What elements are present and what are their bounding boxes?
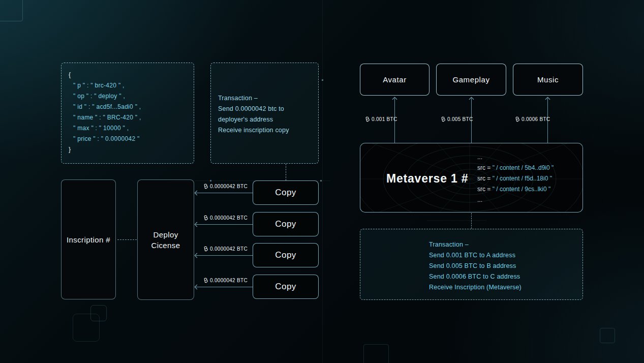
metaverse-src-code: ... src = " / content / 5b4..d9i0 " src … xyxy=(477,152,554,205)
category-label-music: Music xyxy=(537,75,559,84)
bitcoin-icon xyxy=(440,116,446,123)
arrow-up-icon xyxy=(469,97,474,102)
json-line-price: " price " : " 0.0000042 " xyxy=(69,134,189,144)
amount-text: 0.0000042 BTC xyxy=(210,246,248,252)
category-label-avatar: Avatar xyxy=(383,75,407,84)
grid-line-horizontal xyxy=(427,220,486,221)
diagram-canvas: { " p " : " brc-420 " , " op " : " deplo… xyxy=(0,0,644,363)
bitcoin-icon xyxy=(203,215,208,221)
category-box-music: Music xyxy=(513,64,583,96)
category-label-gameplay: Gameplay xyxy=(452,75,489,84)
bitcoin-icon xyxy=(203,277,208,284)
src-line-2: src = " / content / f5d..18i0 " xyxy=(477,173,554,184)
mint-amount-1: 0.0000042 BTC xyxy=(203,184,248,189)
fee-label-gameplay: 0.005 BTC xyxy=(441,116,473,122)
transaction-send-c: Send 0.0006 BTC to C address xyxy=(429,271,578,282)
transaction-send-line: Send 0.0000042 btc to deployer's address xyxy=(218,104,314,125)
bitcoin-icon xyxy=(203,183,208,190)
copy-button-1[interactable]: Copy xyxy=(253,180,319,205)
src-line-3: src = " / content / 9cs..lki0 " xyxy=(477,184,554,195)
mint-arrow-1 xyxy=(196,193,253,193)
fee-label-avatar: 0.001 BTC xyxy=(365,116,397,122)
arrow-left-icon xyxy=(195,285,200,290)
copy-button-2[interactable]: Copy xyxy=(253,212,319,236)
decor-square-right xyxy=(600,328,615,343)
connector-transaction-copy xyxy=(286,164,286,180)
grid-line-vertical xyxy=(322,0,323,363)
grid-node xyxy=(210,180,211,182)
copy-button-4[interactable]: Copy xyxy=(253,275,319,299)
metaverse-title: Metaverse 1 # xyxy=(386,172,468,186)
grid-node xyxy=(322,79,323,81)
mint-arrow-4 xyxy=(196,287,253,287)
grid-node xyxy=(320,180,322,182)
fee-label-music: 0.0006 BTC xyxy=(515,116,550,122)
decor-square-bottom xyxy=(363,344,389,363)
inscription-box: Inscription # xyxy=(61,179,116,299)
bitcoin-icon xyxy=(364,116,370,123)
ellipsis-top: ... xyxy=(477,152,554,163)
arrow-up-icon xyxy=(545,97,550,102)
connector-inscription-deploy xyxy=(117,239,137,240)
deploy-license-line2: Cicense xyxy=(151,240,180,251)
arrow-left-icon xyxy=(195,191,200,196)
fee-amount: 0.0006 BTC xyxy=(522,116,550,122)
json-line-p: " p " : " brc-420 " , xyxy=(69,80,189,91)
fee-amount: 0.001 BTC xyxy=(372,116,397,122)
mint-amount-2: 0.0000042 BTC xyxy=(203,215,248,221)
transaction-send-b: Send 0.005 BTC to B address xyxy=(429,261,578,271)
json-line-max: " max " : " 10000 " , xyxy=(69,123,189,134)
deploy-json-box: { " p " : " brc-420 " , " op " : " deplo… xyxy=(61,63,194,164)
mint-arrow-2 xyxy=(196,224,253,225)
json-close-brace: } xyxy=(69,144,189,155)
transaction-send-a: Send 0.001 BTC to A address xyxy=(429,250,578,261)
mint-arrow-3 xyxy=(196,255,253,256)
bitcoin-icon xyxy=(514,116,520,123)
amount-text: 0.0000042 BTC xyxy=(210,184,248,189)
json-line-id: " id " : " acd5f...5adi0 " , xyxy=(69,102,189,112)
amount-text: 0.0000042 BTC xyxy=(210,215,248,221)
inscription-label: Inscription # xyxy=(67,235,110,244)
copy-button-3[interactable]: Copy xyxy=(253,243,319,267)
mint-transaction-box: Transaction – Send 0.001 BTC to A addres… xyxy=(360,229,583,300)
arrow-up-icon xyxy=(392,97,397,102)
transaction-title: Transaction – xyxy=(218,93,314,104)
decor-square-large xyxy=(73,314,100,342)
src-line-1: src = " / content / 5b4..d9i0 " xyxy=(477,163,554,173)
connector-metaverse-transaction xyxy=(471,213,472,229)
transaction-title: Transaction – xyxy=(429,239,578,250)
bitcoin-icon xyxy=(203,246,208,252)
mint-amount-4: 0.0000042 BTC xyxy=(203,278,248,283)
deploy-license-box: Deploy Cicense xyxy=(137,179,194,300)
ellipsis-bottom: ... xyxy=(477,195,554,205)
deploy-transaction-box: Transaction – Send 0.0000042 btc to depl… xyxy=(210,63,319,164)
arrow-left-icon xyxy=(195,253,200,258)
arrow-left-icon xyxy=(195,222,200,227)
transaction-receive: Receive Inscription (Metaverse) xyxy=(429,282,578,293)
corner-bracket-decoration xyxy=(0,0,23,21)
json-line-op: " op " : " deploy " , xyxy=(69,91,189,102)
fee-amount: 0.005 BTC xyxy=(447,116,473,122)
metaverse-box: Metaverse 1 # ... src = " / content / 5b… xyxy=(360,143,583,213)
json-line-name: " name " : " BRC-420 " , xyxy=(69,112,189,123)
category-box-gameplay: Gameplay xyxy=(436,64,506,96)
amount-text: 0.0000042 BTC xyxy=(210,278,248,283)
transaction-receive-line: Receive inscription copy xyxy=(218,125,314,136)
json-open-brace: { xyxy=(69,70,189,80)
mint-amount-3: 0.0000042 BTC xyxy=(203,246,248,252)
deploy-license-line1: Deploy xyxy=(153,229,178,240)
category-box-avatar: Avatar xyxy=(360,64,430,96)
